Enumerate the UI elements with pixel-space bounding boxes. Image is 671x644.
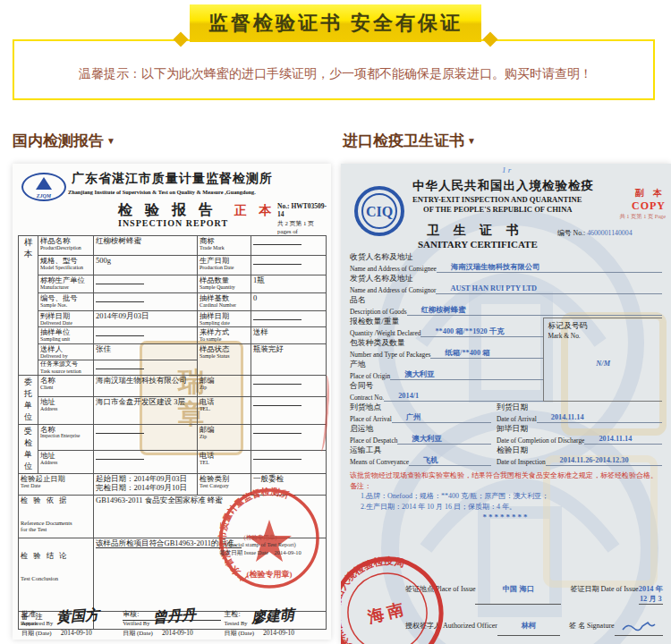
blank-line	[253, 237, 302, 245]
signature-row: 批准:Approved By黄国方 日期 (Date)2014-09-10 审核…	[21, 604, 324, 638]
blank-line	[96, 361, 144, 369]
issue-place-value: 中国 海口	[475, 584, 561, 605]
row-despatch: 启运地 Place of Despatch澳大利亚 卸毕日期 Date of C…	[350, 423, 662, 445]
chevron-down-icon: ▼	[467, 136, 476, 146]
field-quantity: 报检数量/重量 Quantity /Weight Declared**400 箱…	[350, 317, 543, 337]
field-inspection-date: 检验日期 Date of Inspection2014.11.26-2014.1…	[497, 445, 662, 466]
officer-value: 林柯	[497, 621, 560, 636]
blank-line	[96, 276, 144, 284]
table-side-label-inspected: 受检单位	[19, 424, 38, 473]
field-consignee: 收货人名称及地址 Name and Address of Consignee海南…	[350, 252, 662, 273]
remark-line-1: 1.品牌：Onefood；规格：**400 克/瓶；原产国：澳大利亚；	[361, 491, 662, 502]
remark-line-2: 2.生产日期：2014 年 10 月 16 日；保质期：4 年。	[361, 502, 662, 513]
handwritten-mark: 1 r	[502, 165, 511, 174]
signature-verified: 审核:Verified By曾丹丹 日期 (Date)2014-09-10	[123, 604, 223, 638]
inspection-report-document: 瑞章 ZJQM 广东省湛江市质量计量监督检测所 Zhanjiang Instit…	[13, 164, 331, 640]
original-copy-stamp: 正 本	[234, 203, 276, 219]
issue-date-value: 2014 年 12 月 3	[639, 584, 663, 605]
blank-line	[253, 398, 302, 406]
split-region: 报检数量/重量 Quantity /Weight Declared**400 箱…	[350, 316, 662, 402]
signature-tested: 主检:Tested By廖建萌 日期 (Date)2014-09-10	[224, 604, 324, 638]
svg-text:中华人民共和国海南出入境检验检疫局: 中华人民共和国海南出入境检验检疫局	[341, 549, 430, 644]
handwritten-signature: 曾丹丹	[153, 606, 197, 627]
remark-label: 备注：	[350, 481, 662, 491]
copy-stamp: 副 本 COPY 共 1 页第 1 页 Page	[619, 187, 666, 221]
table-side-label-sample: 样本	[19, 236, 38, 376]
field-goods: 品名 Description of Goods红柳桉树蜂蜜	[350, 295, 662, 316]
cert-title-en: SANITARY CERTIFICATE	[418, 239, 538, 250]
handwritten-signature: 廖建萌	[251, 606, 294, 627]
banner-title: 监督检验证书 安全有保证	[208, 10, 463, 37]
mark-no-panel: 标记及号码 Mark & No. N/M	[543, 318, 662, 402]
inspection-statement: 该批货物经过现场查验和实验室检验，结果符合我国相关食品安全标准之规定，标签经检验…	[350, 471, 662, 481]
report-org-name: 广东省湛江市质量计量监督检测所	[72, 171, 273, 187]
chevron-down-icon: ▼	[106, 136, 115, 146]
cert-number: 编号 No.: 4600001140004	[557, 228, 633, 238]
blank-line	[253, 377, 302, 385]
cert-org-name-en1: ENTRY-EXIT INSPECTION AND QUARANTINE	[412, 195, 582, 204]
report-org-name-en: Zhanjiang Institute of Supervision & Tes…	[68, 189, 256, 195]
signature-approved: 批准:Approved By黄国方 日期 (Date)2014-09-10	[21, 604, 122, 638]
field-consignor: 发货人名称及地址 Name and Address of ConsignorAU…	[350, 274, 662, 294]
cert-fields: 收货人名称及地址 Name and Address of Consignee海南…	[350, 251, 662, 521]
row-arrival: 到货地点 Place of Arrival广州 到货日期 Date of Arr…	[350, 402, 662, 423]
section-title-import-certificate[interactable]: 进口检疫卫生证书▼	[343, 131, 476, 151]
field-despatch: 启运地 Place of Despatch澳大利亚	[350, 423, 497, 445]
table-side-label-client: 委托单位	[19, 375, 38, 424]
blank-line	[96, 426, 144, 434]
cert-org-name-en2: OF THE PEOPLE'S REPUBLIC OF CHINA	[423, 205, 573, 214]
handwritten-signature: 黄国方	[56, 606, 100, 627]
field-arrival-place: 到货地点 Place of Arrival广州	[350, 402, 497, 423]
signature-value	[615, 621, 663, 636]
svg-text:CIQ: CIQ	[366, 204, 393, 219]
blank-line	[253, 312, 302, 320]
tip-text: 温馨提示：以下为此次蜂蜜的进口手续证明，少一项都不能确保是原装进口。购买时请查明…	[0, 66, 671, 82]
section-title-domestic-report[interactable]: 国内检测报告▼	[13, 131, 115, 151]
ciq-logo-icon: CIQ	[353, 185, 405, 237]
report-title: 检 验 报 告	[118, 201, 217, 220]
seal-caption: (检验专用章) (Special stamp of Test Report) 签…	[193, 534, 327, 556]
blank-line	[253, 452, 302, 460]
svg-text:(检验专用章): (检验专用章)	[247, 570, 293, 579]
sanitary-certificate-document: 1 r CIQ 中华人民共和国出入境检验检疫 ENTRY-EXIT INSPEC…	[341, 164, 671, 644]
handwritten-signature-mark	[621, 621, 657, 633]
field-contract: 合同号 Contract No.2014/1	[350, 381, 543, 402]
blank-line	[96, 294, 144, 302]
row-conveyance: 运输工具 Means of Conveyance飞机 检验日期 Date of …	[350, 445, 662, 466]
field-arrival-date: 到货日期 Date of Arrival2014.11.14	[497, 402, 662, 423]
blank-line	[253, 426, 302, 434]
svg-text:海南: 海南	[365, 599, 409, 626]
blank-line	[96, 452, 144, 460]
report-title-en: INSPECTION REPORT	[118, 218, 228, 228]
field-packages: 包装种类及数量 Number and Type of Packages纸箱/**…	[350, 338, 543, 359]
banner: 监督检验证书 安全有保证	[190, 4, 481, 42]
field-conveyance: 运输工具 Means of Conveyance飞机	[350, 445, 497, 466]
cert-title: 卫 生 证 书	[427, 223, 524, 239]
report-number: No.: HWT03509-14 共 2 页第 1 页 pages of	[277, 202, 331, 236]
zjqm-logo-icon: ZJQM	[21, 173, 66, 201]
blank-line	[253, 257, 302, 265]
field-discharge: 卸毕日期 Date of Completion of Discharge2014…	[497, 423, 662, 445]
blank-line	[96, 328, 144, 336]
cert-org-name: 中华人民共和国出入境检验检疫	[412, 178, 594, 194]
certificate-promo-section: 监督检验证书 安全有保证 温馨提示：以下为此次蜂蜜的进口手续证明，少一项都不能确…	[0, 0, 671, 644]
end-of-text-stars: ********	[350, 513, 662, 521]
field-origin: 产地 Place of Origin澳大利亚	[350, 360, 543, 380]
